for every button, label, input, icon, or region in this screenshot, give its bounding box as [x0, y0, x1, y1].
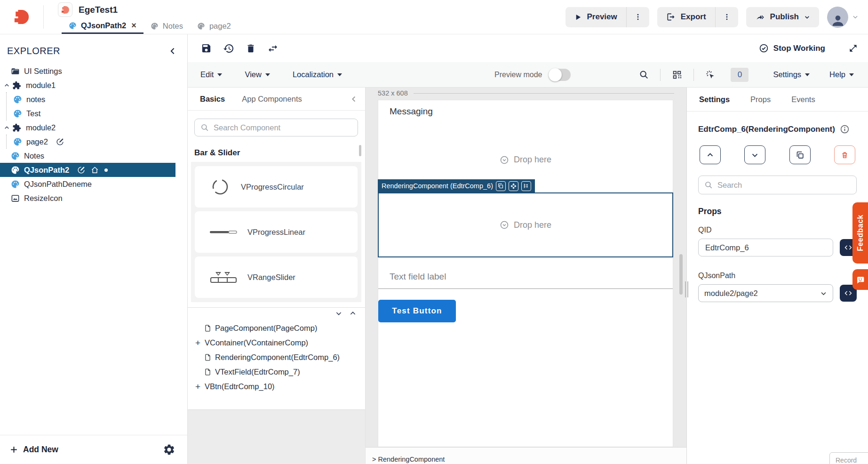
page-canvas[interactable]: Messaging Drop here RenderingComponent (…: [378, 100, 673, 447]
delete-button[interactable]: [246, 43, 256, 54]
panel-resize-handle[interactable]: [685, 281, 688, 297]
brand-logo-icon: [14, 8, 30, 26]
app-logo[interactable]: [0, 0, 43, 34]
close-tab-icon[interactable]: ×: [131, 21, 136, 30]
tab-app-components[interactable]: App Components: [242, 95, 302, 104]
gear-icon[interactable]: [163, 443, 175, 456]
open-in-full-icon: [849, 44, 858, 53]
tab-props[interactable]: Props: [750, 95, 771, 104]
trash-icon: [841, 151, 849, 159]
explorer-item-notes[interactable]: Notes: [0, 149, 187, 163]
tab-settings[interactable]: Settings: [699, 95, 730, 104]
component-search-input[interactable]: [214, 123, 352, 132]
feedback-tab[interactable]: Feedback: [852, 202, 868, 264]
explorer-item-qjsonpath2-selected[interactable]: QJsonPath2: [0, 163, 175, 177]
kebab-menu-icon: [634, 12, 642, 22]
menu-view-label: View: [245, 70, 261, 79]
tab-page2[interactable]: page2: [190, 18, 238, 34]
component-card-vprogresslinear[interactable]: VProgressLinear: [195, 211, 358, 253]
component-card-vprogresscircular[interactable]: VProgressCircular: [195, 166, 358, 208]
tab-events[interactable]: Events: [791, 95, 815, 104]
drop-zone-outer[interactable]: Drop here: [378, 155, 673, 165]
menu-edit[interactable]: Edit: [200, 70, 222, 79]
notification-badge[interactable]: 0: [731, 68, 749, 82]
rendering-component-drop-zone[interactable]: Drop here: [378, 192, 673, 257]
qid-input[interactable]: [698, 239, 833, 256]
menu-localization[interactable]: Localization: [293, 70, 342, 79]
explorer-item-notes-child[interactable]: notes: [7, 92, 187, 106]
preview-more-button[interactable]: [626, 7, 649, 27]
preview-mode-toggle[interactable]: [549, 69, 571, 81]
export-button[interactable]: Export: [657, 7, 715, 27]
explorer-item-page2[interactable]: page2: [7, 135, 187, 149]
swap-button[interactable]: [267, 43, 279, 54]
avatar[interactable]: [827, 7, 848, 28]
duplicate-button[interactable]: [789, 145, 811, 164]
tree-item-vtextfield[interactable]: VTextField(EdtrComp_7): [188, 365, 365, 379]
props-search[interactable]: [698, 176, 857, 194]
move-up-button[interactable]: [700, 145, 721, 164]
feedback-smiley-button[interactable]: [852, 269, 868, 290]
click-inspect-button[interactable]: [705, 70, 716, 80]
project-icon: [58, 2, 72, 17]
preview-button[interactable]: Preview: [565, 7, 626, 27]
move-down-button[interactable]: [744, 145, 765, 164]
menu-settings[interactable]: Settings: [773, 70, 810, 79]
caret-down-icon: [849, 73, 854, 76]
tree-collapse-all-icon[interactable]: [335, 310, 342, 317]
save-button[interactable]: [201, 43, 212, 54]
chevron-up-icon[interactable]: [4, 125, 10, 131]
explorer-item-module2[interactable]: module2: [0, 120, 187, 135]
delete-component-button[interactable]: [834, 145, 855, 164]
publish-button[interactable]: Publish: [746, 7, 819, 27]
tree-item-pagecomponent[interactable]: PageComponent(PageComp): [188, 321, 365, 336]
edit-icon: [77, 166, 85, 174]
component-breadcrumb[interactable]: > RenderingComponent: [366, 447, 686, 464]
explorer-item-qjsonpathdeneme[interactable]: QJsonPathDeneme: [0, 177, 187, 191]
account-chevron-down-icon[interactable]: [852, 14, 859, 20]
tree-item-vbtn[interactable]: + VBtn(EdtrComp_10): [188, 379, 365, 394]
component-search[interactable]: [194, 119, 358, 136]
tab-qjsonpath2[interactable]: QJsonPath2 ×: [62, 18, 143, 34]
tree-item-vcontainer[interactable]: + VContainer(VContainerComp): [188, 336, 365, 350]
explorer-item-ui-settings[interactable]: UI Settings: [0, 64, 187, 78]
vtextfield-label[interactable]: Text field label: [390, 272, 446, 282]
menu-view[interactable]: View: [245, 70, 270, 79]
expand-plus-icon[interactable]: +: [194, 338, 201, 348]
search-icon: [704, 181, 713, 189]
duplicate-component-button[interactable]: [496, 181, 506, 191]
chevron-up-icon[interactable]: [4, 82, 10, 88]
history-button[interactable]: [223, 43, 234, 54]
tab-basics[interactable]: Basics: [200, 95, 225, 104]
export-more-button[interactable]: [715, 7, 738, 27]
explorer-item-resizeicon[interactable]: ResizeIcon: [0, 191, 187, 205]
test-button-component[interactable]: Test Button: [378, 300, 456, 322]
collapse-sidebar-icon[interactable]: [169, 47, 177, 55]
canvas-scrollbar[interactable]: [679, 254, 683, 295]
search-button[interactable]: [639, 70, 649, 80]
menu-help[interactable]: Help: [829, 70, 854, 79]
tree-item-renderingcomponent[interactable]: RenderingComponent(EdtrComp_6): [188, 350, 365, 365]
explorer-item-module1[interactable]: module1: [0, 78, 187, 92]
info-icon[interactable]: [840, 124, 850, 134]
play-icon: [574, 14, 581, 21]
page-icon: [13, 109, 22, 118]
add-new-button[interactable]: Add New: [9, 445, 58, 455]
component-tree-button[interactable]: [521, 181, 531, 191]
props-search-input[interactable]: [717, 181, 851, 190]
qr-code-button[interactable]: [672, 70, 682, 80]
tree-expand-all-icon[interactable]: [349, 310, 357, 317]
qjsonpath-select[interactable]: module2/page2: [698, 284, 833, 302]
component-card-vrangeslider[interactable]: VRangeSlider: [195, 256, 358, 298]
explorer-item-label: UI Settings: [24, 67, 62, 76]
expand-plus-icon[interactable]: +: [194, 382, 201, 392]
tab-notes[interactable]: Notes: [143, 18, 190, 34]
expand-fullscreen-button[interactable]: [849, 44, 858, 53]
selected-component-label-bar[interactable]: RenderingComponent (EdtrComp_6): [378, 179, 535, 192]
collapse-palette-icon[interactable]: [350, 96, 358, 103]
move-component-button[interactable]: [509, 181, 518, 191]
record-box[interactable]: Record: [829, 452, 868, 464]
palette-scrollbar[interactable]: [359, 145, 361, 156]
stop-working-button[interactable]: Stop Working: [759, 43, 825, 53]
explorer-item-test[interactable]: Test: [7, 106, 187, 120]
